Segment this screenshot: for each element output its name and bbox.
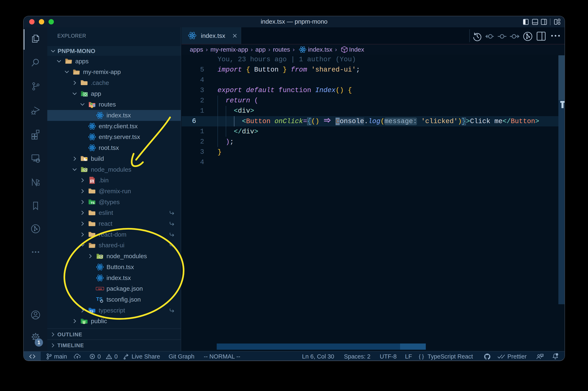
- svg-text:npm: npm: [98, 288, 102, 290]
- svg-text:TS: TS: [90, 310, 93, 313]
- svg-text:10: 10: [91, 181, 93, 183]
- svg-text:JS: JS: [84, 169, 87, 171]
- svg-text:TS: TS: [91, 201, 94, 205]
- svg-text:JS: JS: [100, 255, 102, 258]
- svg-text:TS: TS: [96, 296, 102, 302]
